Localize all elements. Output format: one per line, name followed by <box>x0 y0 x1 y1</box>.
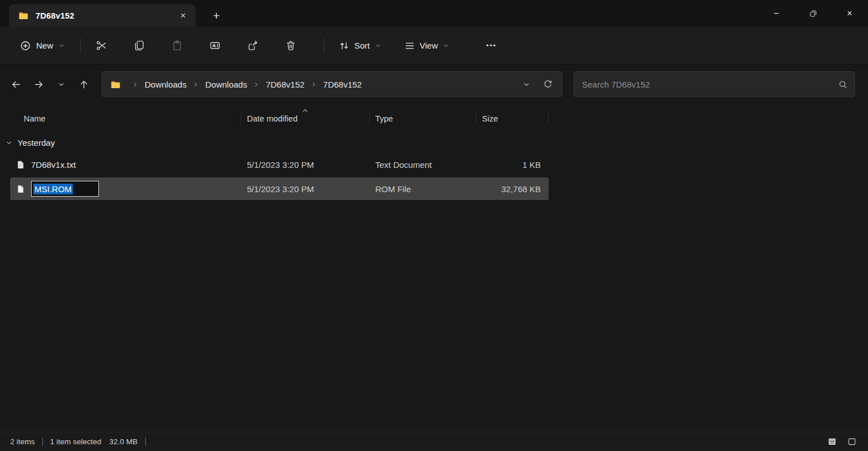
file-size: 1 KB <box>476 160 549 170</box>
file-date-modified: 5/1/2023 3:20 PM <box>241 184 370 194</box>
breadcrumb-7d68v152-2[interactable]: 7D68v152 <box>322 77 363 92</box>
sort-ascending-icon <box>302 107 309 114</box>
file-type: Text Document <box>370 160 476 170</box>
file-name: 7D68v1x.txt <box>31 160 76 170</box>
selection-size: 32.0 MB <box>109 437 137 446</box>
chevron-down-icon <box>442 42 449 49</box>
column-header-size[interactable]: Size <box>476 112 549 125</box>
refresh-icon <box>543 80 553 89</box>
paste-button[interactable] <box>164 34 189 57</box>
forward-button[interactable] <box>27 73 50 95</box>
restore-button[interactable] <box>795 0 831 27</box>
new-button[interactable]: New <box>12 35 72 57</box>
file-name-cell: MSI.ROM <box>10 181 241 197</box>
column-header-date-modified-label: Date modified <box>247 114 297 123</box>
refresh-button[interactable] <box>537 74 558 94</box>
trash-icon <box>285 40 297 51</box>
window-controls: − × <box>758 0 868 27</box>
more-options-button[interactable]: ••• <box>479 34 504 57</box>
large-icons-view-icon <box>847 437 857 446</box>
chevron-down-icon <box>58 42 65 49</box>
search-icon <box>838 80 848 89</box>
restore-icon <box>808 8 818 19</box>
toolbar-divider <box>80 38 81 53</box>
item-count: 2 items <box>10 437 35 446</box>
file-explorer-window: 7D68v152 × + − × New <box>0 0 868 451</box>
file-name-cell: 7D68v1x.txt <box>10 160 241 170</box>
file-type: ROM File <box>370 184 476 194</box>
explorer-tab[interactable]: 7D68v152 × <box>9 4 196 27</box>
large-icons-view-button[interactable] <box>843 435 860 449</box>
clipboard-icon <box>171 40 183 51</box>
file-date-modified: 5/1/2023 3:20 PM <box>241 160 370 170</box>
file-size: 32,768 KB <box>476 184 549 194</box>
status-divider <box>145 437 146 446</box>
tab-title: 7D68v152 <box>36 11 168 20</box>
column-header-type[interactable]: Type <box>370 112 476 125</box>
titlebar: 7D68v152 × + − × <box>0 0 868 27</box>
rename-button[interactable] <box>202 34 227 57</box>
rename-icon <box>209 40 221 51</box>
details-view-icon <box>827 437 837 446</box>
column-header-name[interactable]: Name <box>10 112 241 125</box>
address-bar[interactable]: Downloads Downloads 7D68v152 7D68v152 <box>102 71 562 97</box>
file-row[interactable]: 7D68v1x.txt 5/1/2023 3:20 PM Text Docume… <box>10 153 549 176</box>
plus-circle-icon <box>20 40 31 51</box>
chevron-right-icon <box>253 81 259 88</box>
share-button[interactable] <box>240 34 265 57</box>
sort-button[interactable]: Sort <box>332 35 388 57</box>
chevron-down-icon <box>6 140 12 146</box>
scissors-icon <box>96 40 107 51</box>
status-divider <box>42 437 43 446</box>
search-box <box>574 71 855 97</box>
breadcrumb-downloads[interactable]: Downloads <box>144 77 188 92</box>
view-button[interactable]: View <box>398 35 455 57</box>
tab-close-button[interactable]: × <box>175 8 191 24</box>
file-list: Yesterday 7D68v1x.txt 5/1/2023 3:20 PM T… <box>10 138 868 200</box>
copy-icon <box>133 40 145 51</box>
share-icon <box>247 40 259 51</box>
back-button[interactable] <box>5 73 27 95</box>
delete-button[interactable] <box>278 34 303 57</box>
up-button[interactable] <box>72 73 95 95</box>
copy-button[interactable] <box>127 34 151 57</box>
folder-icon <box>18 10 29 21</box>
group-header-yesterday[interactable]: Yesterday <box>6 138 868 148</box>
new-button-label: New <box>36 41 53 50</box>
breadcrumb-downloads-2[interactable]: Downloads <box>204 77 248 92</box>
details-view-button[interactable] <box>823 435 840 449</box>
selection-count: 1 item selected <box>50 437 102 446</box>
navigation-bar: Downloads Downloads 7D68v152 7D68v152 <box>0 64 868 104</box>
chevron-right-icon <box>193 81 199 88</box>
recent-locations-button[interactable] <box>50 73 72 95</box>
column-headers: Name Date modified Type Size <box>10 109 549 129</box>
chevron-down-icon <box>375 42 381 49</box>
group-label: Yesterday <box>18 138 55 148</box>
new-tab-button[interactable]: + <box>207 6 226 25</box>
cut-button[interactable] <box>89 34 114 57</box>
breadcrumb-7d68v152[interactable]: 7D68v152 <box>264 77 305 92</box>
folder-icon <box>110 79 121 90</box>
arrow-right-icon <box>33 79 44 90</box>
rename-input[interactable]: MSI.ROM <box>31 181 99 197</box>
toolbar-divider <box>324 38 324 53</box>
column-header-date-modified[interactable]: Date modified <box>241 112 370 125</box>
arrow-up-icon <box>79 79 89 90</box>
view-icon <box>404 40 415 51</box>
search-input[interactable] <box>582 80 838 89</box>
address-dropdown-button[interactable] <box>515 74 537 94</box>
chevron-right-icon <box>132 81 138 88</box>
chevron-down-icon <box>58 81 65 88</box>
rename-selected-text: MSI.ROM <box>33 184 73 194</box>
command-bar: New <box>0 27 868 64</box>
sort-button-label: Sort <box>354 41 370 50</box>
chevron-right-icon <box>311 81 317 88</box>
rom-file-icon <box>16 184 25 194</box>
file-row-selected[interactable]: MSI.ROM 5/1/2023 3:20 PM ROM File 32,768… <box>10 177 549 200</box>
close-button[interactable]: × <box>831 0 868 27</box>
status-bar: 2 items 1 item selected 32.0 MB <box>0 432 868 451</box>
minimize-button[interactable]: − <box>758 0 795 27</box>
chevron-down-icon <box>523 81 530 88</box>
arrow-left-icon <box>11 79 21 90</box>
sort-icon <box>338 40 350 51</box>
